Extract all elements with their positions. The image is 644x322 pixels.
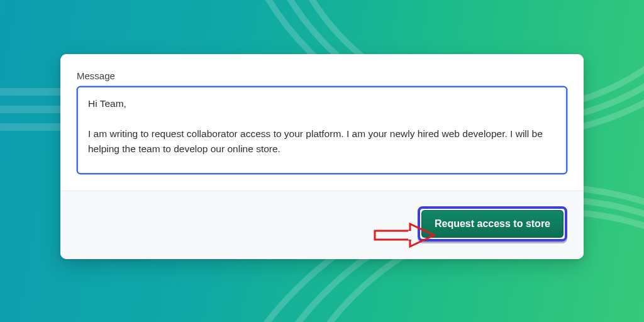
- actions-bar: Request access to store: [60, 191, 584, 259]
- message-section: Message: [60, 54, 584, 191]
- dialog-card: Message Request access to store: [60, 54, 584, 259]
- message-textarea[interactable]: [77, 86, 567, 174]
- request-access-button[interactable]: Request access to store: [421, 210, 564, 238]
- request-button-highlight: Request access to store: [418, 206, 567, 242]
- message-label: Message: [77, 70, 567, 81]
- page-background: Message Request access to store: [0, 0, 644, 322]
